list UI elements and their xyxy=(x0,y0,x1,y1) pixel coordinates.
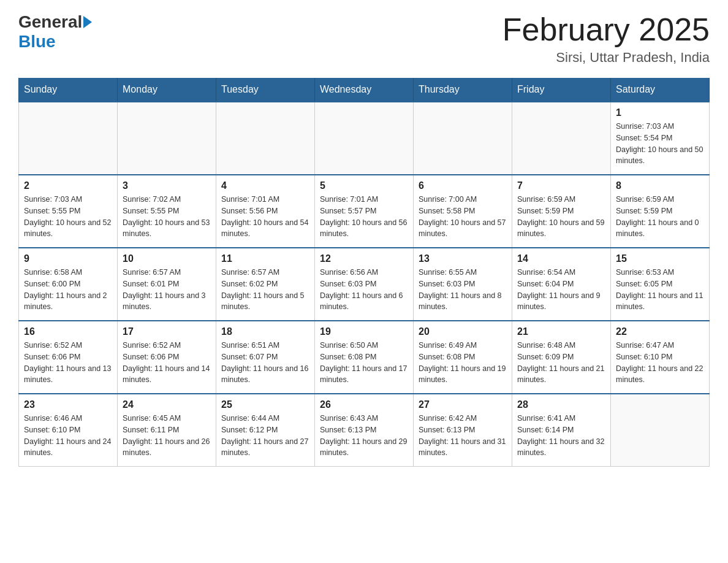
calendar-week-row: 16Sunrise: 6:52 AMSunset: 6:06 PMDayligh… xyxy=(19,321,710,394)
day-info: Sunrise: 7:01 AMSunset: 5:56 PMDaylight:… xyxy=(221,194,309,240)
weekday-header-thursday: Thursday xyxy=(414,78,512,102)
weekday-header-wednesday: Wednesday xyxy=(315,78,414,102)
day-number: 3 xyxy=(123,180,211,191)
day-number: 6 xyxy=(419,180,507,191)
calendar-cell: 17Sunrise: 6:52 AMSunset: 6:06 PMDayligh… xyxy=(118,321,216,394)
calendar-cell xyxy=(19,102,118,175)
calendar-cell: 28Sunrise: 6:41 AMSunset: 6:14 PMDayligh… xyxy=(512,394,611,467)
day-number: 20 xyxy=(419,326,507,337)
day-number: 25 xyxy=(221,399,309,410)
calendar-cell: 20Sunrise: 6:49 AMSunset: 6:08 PMDayligh… xyxy=(414,321,512,394)
calendar-cell: 25Sunrise: 6:44 AMSunset: 6:12 PMDayligh… xyxy=(216,394,315,467)
calendar-cell: 18Sunrise: 6:51 AMSunset: 6:07 PMDayligh… xyxy=(216,321,315,394)
calendar-cell xyxy=(315,102,414,175)
day-number: 18 xyxy=(221,326,309,337)
weekday-header-row: SundayMondayTuesdayWednesdayThursdayFrid… xyxy=(19,78,710,102)
weekday-header-friday: Friday xyxy=(512,78,611,102)
day-number: 23 xyxy=(24,399,112,410)
day-info: Sunrise: 6:43 AMSunset: 6:13 PMDaylight:… xyxy=(320,413,408,459)
day-info: Sunrise: 6:57 AMSunset: 6:01 PMDaylight:… xyxy=(123,267,211,313)
day-info: Sunrise: 6:44 AMSunset: 6:12 PMDaylight:… xyxy=(221,413,309,459)
day-info: Sunrise: 7:02 AMSunset: 5:55 PMDaylight:… xyxy=(123,194,211,240)
day-info: Sunrise: 6:50 AMSunset: 6:08 PMDaylight:… xyxy=(320,340,408,386)
location-text: Sirsi, Uttar Pradesh, India xyxy=(502,50,710,66)
day-number: 14 xyxy=(517,253,605,264)
calendar-cell: 3Sunrise: 7:02 AMSunset: 5:55 PMDaylight… xyxy=(118,175,216,248)
calendar-cell: 6Sunrise: 7:00 AMSunset: 5:58 PMDaylight… xyxy=(414,175,512,248)
day-number: 7 xyxy=(517,180,605,191)
day-info: Sunrise: 6:51 AMSunset: 6:07 PMDaylight:… xyxy=(221,340,309,386)
day-number: 5 xyxy=(320,180,408,191)
weekday-header-saturday: Saturday xyxy=(611,78,710,102)
day-number: 22 xyxy=(616,326,704,337)
day-number: 9 xyxy=(24,253,112,264)
day-info: Sunrise: 6:47 AMSunset: 6:10 PMDaylight:… xyxy=(616,340,704,386)
calendar-week-row: 2Sunrise: 7:03 AMSunset: 5:55 PMDaylight… xyxy=(19,175,710,248)
calendar-cell: 19Sunrise: 6:50 AMSunset: 6:08 PMDayligh… xyxy=(315,321,414,394)
day-number: 19 xyxy=(320,326,408,337)
day-number: 27 xyxy=(419,399,507,410)
calendar-week-row: 9Sunrise: 6:58 AMSunset: 6:00 PMDaylight… xyxy=(19,248,710,321)
logo-blue-text: Blue xyxy=(18,32,56,51)
day-number: 26 xyxy=(320,399,408,410)
day-info: Sunrise: 7:00 AMSunset: 5:58 PMDaylight:… xyxy=(419,194,507,240)
day-number: 28 xyxy=(517,399,605,410)
day-number: 13 xyxy=(419,253,507,264)
calendar-cell: 15Sunrise: 6:53 AMSunset: 6:05 PMDayligh… xyxy=(611,248,710,321)
calendar-week-row: 23Sunrise: 6:46 AMSunset: 6:10 PMDayligh… xyxy=(19,394,710,467)
weekday-header-sunday: Sunday xyxy=(19,78,118,102)
day-info: Sunrise: 6:52 AMSunset: 6:06 PMDaylight:… xyxy=(24,340,112,386)
calendar-cell xyxy=(216,102,315,175)
calendar-cell: 26Sunrise: 6:43 AMSunset: 6:13 PMDayligh… xyxy=(315,394,414,467)
calendar-cell xyxy=(414,102,512,175)
day-info: Sunrise: 6:59 AMSunset: 5:59 PMDaylight:… xyxy=(517,194,605,240)
calendar-cell xyxy=(512,102,611,175)
day-info: Sunrise: 6:42 AMSunset: 6:13 PMDaylight:… xyxy=(419,413,507,459)
day-number: 21 xyxy=(517,326,605,337)
day-number: 11 xyxy=(221,253,309,264)
calendar-cell: 7Sunrise: 6:59 AMSunset: 5:59 PMDaylight… xyxy=(512,175,611,248)
day-number: 1 xyxy=(616,107,704,118)
day-info: Sunrise: 6:53 AMSunset: 6:05 PMDaylight:… xyxy=(616,267,704,313)
day-number: 12 xyxy=(320,253,408,264)
day-info: Sunrise: 7:01 AMSunset: 5:57 PMDaylight:… xyxy=(320,194,408,240)
logo-general-text: General xyxy=(18,12,82,32)
weekday-header-tuesday: Tuesday xyxy=(216,78,315,102)
calendar-cell: 1Sunrise: 7:03 AMSunset: 5:54 PMDaylight… xyxy=(611,102,710,175)
day-info: Sunrise: 7:03 AMSunset: 5:54 PMDaylight:… xyxy=(616,121,704,167)
day-info: Sunrise: 6:45 AMSunset: 6:11 PMDaylight:… xyxy=(123,413,211,459)
day-number: 2 xyxy=(24,180,112,191)
month-title: February 2025 xyxy=(502,12,710,47)
calendar-cell: 14Sunrise: 6:54 AMSunset: 6:04 PMDayligh… xyxy=(512,248,611,321)
day-number: 17 xyxy=(123,326,211,337)
day-info: Sunrise: 6:54 AMSunset: 6:04 PMDaylight:… xyxy=(517,267,605,313)
day-number: 15 xyxy=(616,253,704,264)
logo: General Blue xyxy=(18,12,93,52)
calendar-cell: 9Sunrise: 6:58 AMSunset: 6:00 PMDaylight… xyxy=(19,248,118,321)
day-info: Sunrise: 6:41 AMSunset: 6:14 PMDaylight:… xyxy=(517,413,605,459)
calendar-cell: 5Sunrise: 7:01 AMSunset: 5:57 PMDaylight… xyxy=(315,175,414,248)
day-number: 4 xyxy=(221,180,309,191)
calendar-cell: 11Sunrise: 6:57 AMSunset: 6:02 PMDayligh… xyxy=(216,248,315,321)
calendar-week-row: 1Sunrise: 7:03 AMSunset: 5:54 PMDaylight… xyxy=(19,102,710,175)
calendar-cell: 16Sunrise: 6:52 AMSunset: 6:06 PMDayligh… xyxy=(19,321,118,394)
day-info: Sunrise: 7:03 AMSunset: 5:55 PMDaylight:… xyxy=(24,194,112,240)
day-number: 16 xyxy=(24,326,112,337)
calendar-cell: 13Sunrise: 6:55 AMSunset: 6:03 PMDayligh… xyxy=(414,248,512,321)
day-info: Sunrise: 6:58 AMSunset: 6:00 PMDaylight:… xyxy=(24,267,112,313)
day-info: Sunrise: 6:59 AMSunset: 5:59 PMDaylight:… xyxy=(616,194,704,240)
calendar-cell: 4Sunrise: 7:01 AMSunset: 5:56 PMDaylight… xyxy=(216,175,315,248)
day-info: Sunrise: 6:55 AMSunset: 6:03 PMDaylight:… xyxy=(419,267,507,313)
page-header: General Blue February 2025 Sirsi, Uttar … xyxy=(18,12,710,66)
weekday-header-monday: Monday xyxy=(118,78,216,102)
calendar-cell: 24Sunrise: 6:45 AMSunset: 6:11 PMDayligh… xyxy=(118,394,216,467)
calendar-cell: 21Sunrise: 6:48 AMSunset: 6:09 PMDayligh… xyxy=(512,321,611,394)
day-info: Sunrise: 6:48 AMSunset: 6:09 PMDaylight:… xyxy=(517,340,605,386)
calendar-cell: 27Sunrise: 6:42 AMSunset: 6:13 PMDayligh… xyxy=(414,394,512,467)
calendar-table: SundayMondayTuesdayWednesdayThursdayFrid… xyxy=(18,78,710,467)
day-number: 8 xyxy=(616,180,704,191)
logo-arrow-icon xyxy=(83,16,92,28)
day-info: Sunrise: 6:46 AMSunset: 6:10 PMDaylight:… xyxy=(24,413,112,459)
calendar-cell: 23Sunrise: 6:46 AMSunset: 6:10 PMDayligh… xyxy=(19,394,118,467)
calendar-cell: 10Sunrise: 6:57 AMSunset: 6:01 PMDayligh… xyxy=(118,248,216,321)
